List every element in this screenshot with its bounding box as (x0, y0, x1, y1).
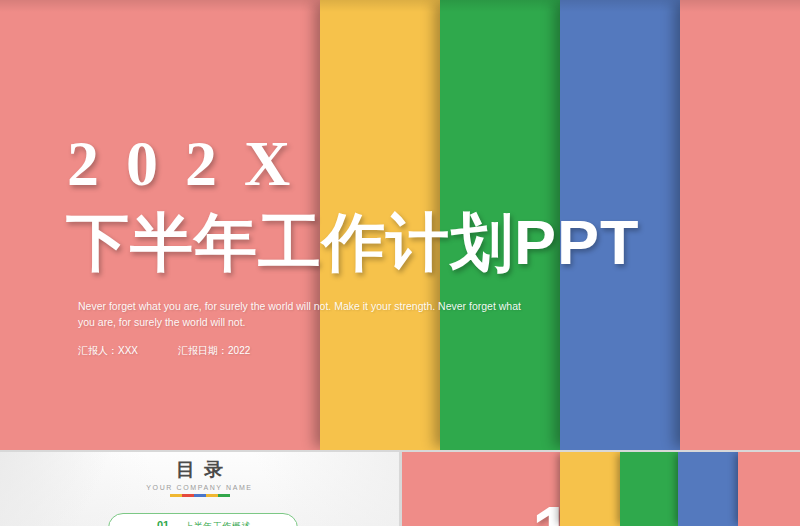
cover-slide: 202X 下半年工作计划PPT Never forget what you ar… (0, 0, 800, 450)
report-date-label: 汇报日期：2022 (178, 344, 250, 358)
section-slide-thumbnail: 1 (402, 452, 800, 526)
underline-segment-blue (194, 494, 206, 497)
main-title: 下半年工作计划PPT (66, 208, 640, 276)
toc-color-underline (0, 494, 399, 497)
underline-segment-green (218, 494, 230, 497)
presenter-label: 汇报人：XXX (78, 344, 138, 358)
mini-stripe-yellow (560, 452, 620, 526)
cover-content: 202X 下半年工作计划PPT Never forget what you ar… (0, 0, 800, 450)
template-preview: 202X 下半年工作计划PPT Never forget what you ar… (0, 0, 800, 526)
cover-subtitle: Never forget what you are, for surely th… (78, 298, 540, 331)
toc-slide-thumbnail: 目录 YOUR COMPANY NAME 01 上半年工作概述 (0, 452, 399, 526)
year-text: 202X (67, 132, 317, 196)
company-name: YOUR COMPANY NAME (0, 484, 399, 491)
underline-segment-red (182, 494, 194, 497)
toc-item-label: 上半年工作概述 (184, 519, 251, 526)
toc-title: 目录 (0, 457, 399, 483)
toc-item-card: 01 上半年工作概述 (108, 513, 298, 526)
mini-stripe-green (620, 452, 678, 526)
toc-item-number: 01 (157, 519, 169, 526)
mini-stripe-pink (738, 452, 800, 526)
underline-segment-yellow (170, 494, 182, 497)
mini-stripe-blue (678, 452, 738, 526)
underline-segment-yellow (206, 494, 218, 497)
cover-meta: 汇报人：XXX 汇报日期：2022 (78, 344, 250, 358)
